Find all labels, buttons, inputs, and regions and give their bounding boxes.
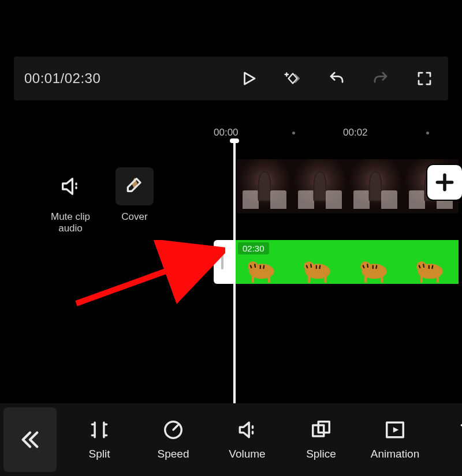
animation-tool[interactable]: Animation	[358, 419, 432, 460]
main-video-track[interactable]	[237, 159, 459, 213]
add-clip-button[interactable]	[427, 165, 462, 200]
ruler-dot	[292, 132, 295, 134]
svg-rect-6	[308, 276, 310, 283]
tool-label: Split	[89, 448, 110, 460]
svg-rect-11	[381, 276, 383, 283]
timecode: 00:01/02:30	[24, 70, 100, 87]
mute-label-1: Mute clip	[51, 211, 90, 223]
overlay-clip[interactable]: 02:30	[231, 240, 459, 284]
annotation-arrow	[69, 240, 225, 309]
overlay-thumb	[346, 240, 403, 284]
video-thumb	[237, 159, 292, 213]
mute-label-2: audio	[51, 223, 90, 234]
cover-button[interactable]: Cover	[116, 167, 154, 223]
back-button[interactable]	[3, 407, 57, 472]
speed-icon	[162, 419, 184, 441]
svg-rect-7	[324, 276, 326, 283]
redo-icon[interactable]	[372, 70, 389, 87]
ruler-tick: 00:00	[214, 127, 239, 138]
tool-label: Splice	[306, 448, 336, 460]
top-strip	[0, 0, 462, 22]
overlay-track[interactable]: 02:30	[214, 240, 459, 284]
svg-point-5	[304, 261, 314, 271]
playback-bar: 00:01/02:30	[14, 57, 448, 100]
tool-label: Volume	[229, 448, 265, 460]
animation-icon	[384, 419, 406, 441]
timeline[interactable]: 00:00 00:02 02:30	[204, 127, 459, 294]
time-ruler[interactable]: 00:00 00:02	[204, 127, 459, 141]
video-editor-screen: 00:01/02:30	[0, 0, 462, 476]
svg-line-16	[76, 254, 214, 303]
splice-tool[interactable]: Splice	[284, 419, 358, 460]
volume-icon	[236, 419, 258, 441]
split-tool[interactable]: Split	[62, 419, 136, 460]
overlay-duration-badge: 02:30	[238, 242, 269, 254]
side-controls: Mute clip audio Cover	[51, 167, 154, 235]
video-thumb	[348, 159, 403, 213]
clip-trim-handle[interactable]	[214, 240, 231, 284]
svg-rect-15	[437, 276, 439, 283]
video-thumb	[292, 159, 348, 213]
svg-rect-14	[420, 276, 423, 283]
bottom-toolbar: Split Speed Volume Splice Animation De	[0, 403, 462, 476]
fullscreen-icon[interactable]	[416, 70, 433, 87]
volume-tool[interactable]: Volume	[210, 419, 284, 460]
svg-point-1	[248, 261, 258, 271]
plus-icon	[434, 171, 456, 193]
total-time: 02:30	[65, 70, 101, 86]
svg-rect-3	[268, 276, 270, 283]
svg-point-9	[360, 261, 370, 271]
playbar-icons	[240, 70, 433, 87]
tool-strip[interactable]: Split Speed Volume Splice Animation De	[62, 419, 462, 460]
chevron-double-left-icon	[18, 428, 42, 452]
svg-point-13	[416, 261, 426, 271]
svg-rect-10	[364, 276, 366, 283]
delete-icon	[458, 419, 462, 441]
speaker-icon	[59, 175, 82, 198]
tool-label: Speed	[158, 448, 189, 460]
ruler-tick: 00:02	[343, 127, 368, 138]
splice-icon	[310, 419, 332, 441]
speed-tool[interactable]: Speed	[136, 419, 210, 460]
delete-tool[interactable]: De	[432, 419, 462, 460]
mute-clip-audio-button[interactable]: Mute clip audio	[51, 167, 90, 235]
edit-cover-icon	[123, 175, 146, 198]
tool-label: Animation	[371, 448, 420, 460]
cover-label: Cover	[121, 211, 147, 223]
keyframe-add-icon[interactable]	[284, 70, 301, 87]
ruler-dot	[426, 132, 429, 134]
play-icon[interactable]	[240, 70, 258, 87]
svg-rect-2	[251, 276, 254, 283]
overlay-thumb	[290, 240, 346, 284]
undo-icon[interactable]	[328, 70, 345, 87]
current-time: 00:01	[24, 70, 61, 86]
overlay-thumb	[403, 240, 459, 284]
split-icon	[88, 419, 110, 441]
